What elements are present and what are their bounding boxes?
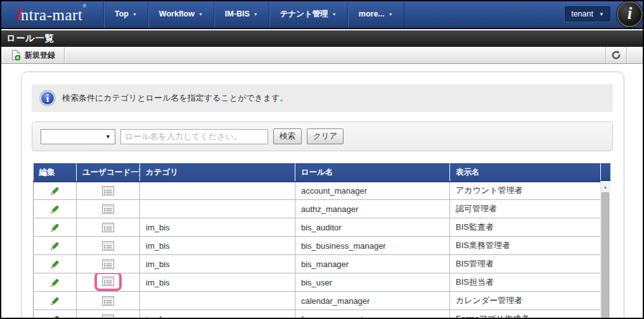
- role-name-cell: authz_manager: [295, 200, 450, 218]
- display-name-cell: BIS担当者: [450, 273, 601, 292]
- chevron-down-icon: ▼: [132, 12, 137, 16]
- edit-pencil-icon[interactable]: [49, 204, 60, 215]
- user-code-list-cell: [77, 182, 140, 200]
- edit-cell: [34, 182, 77, 200]
- display-name-cell: BIS監査者: [450, 218, 601, 237]
- table-row: account_managerアカウント管理者: [34, 182, 601, 200]
- edit-pencil-icon[interactable]: [49, 185, 60, 196]
- page-title: ロール一覧: [0, 33, 55, 44]
- role-name-input[interactable]: [120, 129, 268, 144]
- table-vertical-scrollbar: ▲: [600, 163, 610, 319]
- edit-cell: [34, 273, 77, 292]
- display-name-cell: アカウント管理者: [450, 182, 601, 200]
- toolbar-separator: [64, 47, 65, 63]
- menu-label: IM-BIS: [225, 9, 250, 18]
- user-code-list-icon[interactable]: [102, 277, 114, 286]
- table-row: im_formsforms_app_creatorFormsアプリ作成者: [34, 310, 601, 319]
- menu-label: Top: [115, 9, 129, 18]
- user-code-list-icon[interactable]: [102, 241, 114, 251]
- table-row: im_bisbis_userBIS担当者: [34, 273, 601, 292]
- chevron-down-icon: ▼: [198, 12, 203, 16]
- column-header-display-name: 表示名: [450, 164, 601, 182]
- user-code-list-cell: [77, 292, 140, 310]
- display-name-cell: 認可管理者: [450, 200, 601, 218]
- user-code-list-icon[interactable]: [102, 223, 114, 232]
- category-cell: im_bis: [140, 218, 295, 237]
- page-title-bar: ロール一覧: [0, 30, 644, 47]
- edit-pencil-icon[interactable]: [49, 241, 60, 251]
- user-code-list-icon[interactable]: [102, 204, 114, 214]
- info-message-text: 検索条件にカテゴリとロール名を指定することができます。: [62, 92, 288, 104]
- table-header-row: 編集 ユーザコード一覧 カテゴリ ロール名 表示名: [34, 164, 601, 182]
- menu-item-more[interactable]: more... ▼: [347, 0, 404, 28]
- display-name-cell: BIS業務管理者: [450, 237, 601, 255]
- edit-cell: [34, 237, 77, 255]
- intra-mart-logo[interactable]: intra-mart®: [0, 0, 103, 28]
- info-icon: i: [39, 90, 56, 106]
- edit-pencil-icon[interactable]: [49, 277, 60, 288]
- role-name-cell: account_manager: [295, 182, 450, 200]
- category-cell: [140, 200, 295, 218]
- tenant-label: tenant: [571, 9, 593, 18]
- navbar-right: tenant ▼ i: [565, 0, 644, 28]
- menu-label: more...: [359, 9, 385, 18]
- user-code-list-icon[interactable]: [102, 296, 114, 306]
- role-name-cell: bis_manager: [295, 255, 450, 273]
- action-toolbar: 新規登録: [0, 47, 644, 64]
- edit-cell: [34, 292, 77, 310]
- toolbar-end-spacer: [627, 47, 644, 63]
- chevron-down-icon: ▼: [105, 134, 111, 140]
- search-condition-bar: ▼ 検索 クリア: [32, 122, 613, 151]
- new-registration-label: 新規登録: [25, 50, 55, 61]
- edit-cell: [34, 218, 77, 237]
- edit-pencil-icon[interactable]: [49, 296, 60, 306]
- menu-label: テナント管理: [280, 9, 328, 20]
- toolbar-right: [605, 47, 644, 63]
- user-code-list-icon[interactable]: [102, 315, 114, 319]
- user-code-list-cell: [77, 273, 140, 292]
- role-name-cell: calendar_manager: [295, 292, 450, 310]
- category-cell: [140, 292, 295, 310]
- menu-item-top[interactable]: Top ▼: [103, 0, 148, 28]
- clear-button[interactable]: クリア: [307, 128, 344, 144]
- role-name-cell: forms_app_creator: [295, 310, 450, 319]
- scrollbar-up-arrow[interactable]: ▲: [600, 182, 610, 191]
- info-message-box: i 検索条件にカテゴリとロール名を指定することができます。: [32, 84, 613, 112]
- user-code-list-cell: [77, 218, 140, 237]
- chevron-down-icon: ▼: [389, 12, 393, 16]
- tenant-dropdown-button[interactable]: tenant ▼: [565, 6, 610, 22]
- category-cell: [140, 182, 295, 200]
- user-code-list-icon[interactable]: [102, 186, 114, 196]
- display-name-cell: BIS管理者: [450, 255, 601, 273]
- search-button[interactable]: 検索: [273, 128, 302, 144]
- category-select[interactable]: ▼: [41, 129, 115, 144]
- role-name-cell: bis_auditor: [295, 218, 450, 237]
- document-plus-icon: [11, 50, 21, 61]
- edit-pencil-icon[interactable]: [49, 222, 60, 233]
- menu-item-workflow[interactable]: Workflow ▼: [148, 0, 214, 28]
- role-name-cell: bis_business_manager: [295, 237, 450, 255]
- table-row: im_bisbis_business_managerBIS業務管理者: [34, 237, 601, 255]
- table-row: authz_manager認可管理者: [34, 200, 601, 218]
- table-row: calendar_managerカレンダー管理者: [34, 292, 601, 310]
- role-table: 編集 ユーザコード一覧 カテゴリ ロール名 表示名 account_manage…: [33, 163, 600, 319]
- new-registration-button[interactable]: 新規登録: [0, 47, 64, 63]
- category-cell: im_forms: [140, 310, 295, 319]
- column-header-category: カテゴリ: [140, 164, 295, 182]
- logo-text: intra-mart®: [16, 3, 87, 25]
- user-code-list-cell: [77, 310, 140, 319]
- chevron-down-icon: ▼: [332, 12, 337, 16]
- user-code-list-icon[interactable]: [102, 260, 114, 269]
- scrollbar-header-cap: [600, 163, 610, 181]
- menu-item-tenant-admin[interactable]: テナント管理 ▼: [269, 0, 347, 28]
- refresh-button[interactable]: [606, 47, 626, 63]
- column-header-role-name: ロール名: [295, 164, 450, 182]
- chevron-down-icon: ▼: [599, 11, 604, 17]
- edit-pencil-icon[interactable]: [49, 259, 60, 270]
- scrollbar-thumb[interactable]: [602, 192, 609, 319]
- edit-pencil-icon[interactable]: [49, 314, 60, 319]
- highlight-box: [94, 273, 122, 291]
- role-name-cell: bis_user: [295, 273, 450, 292]
- menu-item-im-bis[interactable]: IM-BIS ▼: [214, 0, 269, 28]
- user-code-list-cell: [77, 200, 140, 218]
